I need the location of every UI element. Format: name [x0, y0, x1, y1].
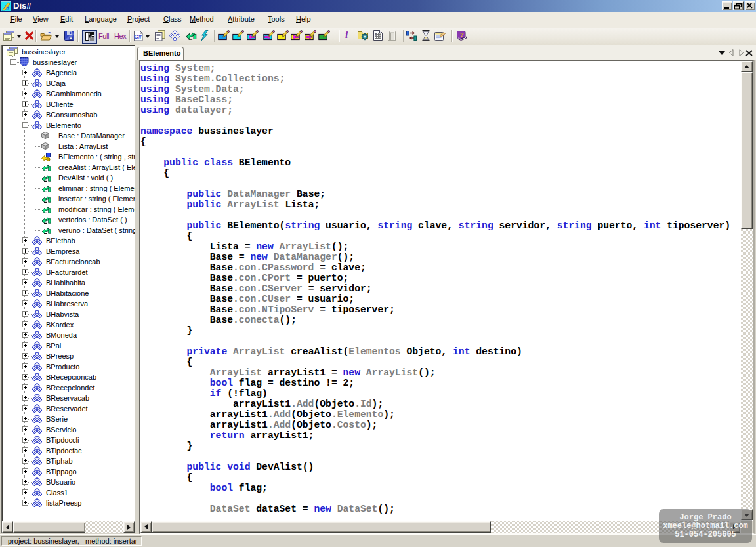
- svg-text:?: ?: [460, 31, 464, 38]
- svg-text:C#: C#: [134, 33, 142, 40]
- svg-text:#: #: [6, 5, 9, 12]
